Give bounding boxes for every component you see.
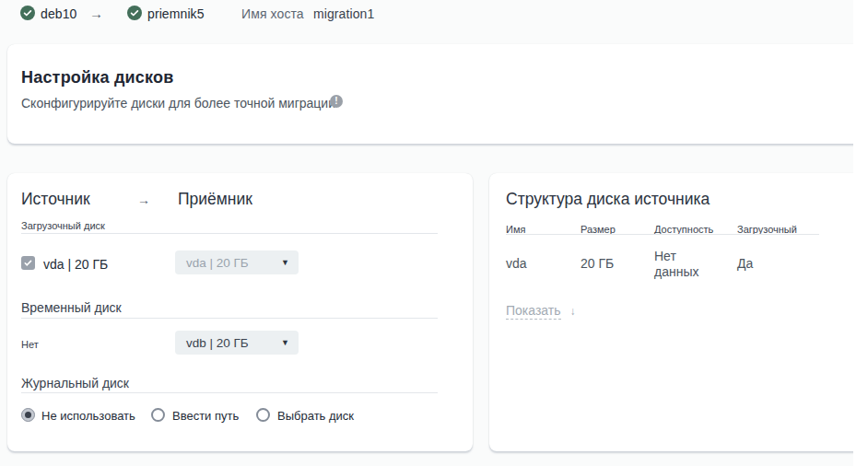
journal-disk-options: Не использовать Ввести путь Выбрать диск — [7, 407, 473, 424]
temp-section-divider — [21, 318, 438, 319]
arrow-down-icon: ↓ — [569, 305, 575, 318]
chevron-down-icon: ▼ — [281, 258, 289, 267]
info-icon[interactable]: ! — [330, 95, 343, 108]
table-cell-bootable: Да — [737, 256, 753, 271]
show-more-row: Показать ↓ — [506, 303, 575, 318]
boot-target-disk-select-value: vda | 20 ГБ — [186, 256, 249, 270]
table-header-divider — [506, 234, 819, 235]
chevron-down-icon: ▼ — [281, 338, 289, 347]
boot-disk-section-label: Загрузочный диск — [21, 220, 105, 231]
page-title: Настройка дисков — [21, 68, 173, 87]
temp-target-disk-select-value: vdb | 20 ГБ — [186, 336, 249, 350]
temp-target-disk-select[interactable]: vdb | 20 ГБ ▼ — [175, 331, 299, 355]
page: deb10 → priemnik5 Имя хоста migration1 Н… — [0, 0, 868, 466]
temp-source-disk-value: Нет — [21, 339, 39, 350]
source-column-title: Источник — [21, 190, 90, 209]
show-more-link[interactable]: Показать — [506, 303, 561, 320]
boot-target-disk-select[interactable]: vda | 20 ГБ ▼ — [175, 250, 299, 274]
boot-disk-checkbox[interactable] — [21, 256, 35, 270]
radio-journal-enter-path-label[interactable]: Ввести путь — [172, 409, 239, 423]
temp-disk-section-label: Временный диск — [21, 300, 122, 315]
mapping-arrow-icon: → — [137, 192, 150, 207]
structure-card-title: Структура диска источника — [506, 190, 710, 209]
disk-mapping-card: Источник → Приёмник Загрузочный диск vda… — [7, 173, 473, 451]
table-cell-size: 20 ГБ — [581, 256, 614, 271]
journal-disk-section-label: Журнальный диск — [21, 376, 129, 390]
disk-setup-header-card: Настройка дисков Сконфигурируйте диски д… — [7, 44, 853, 144]
hostname-value: migration1 — [313, 6, 374, 21]
target-success-check-icon — [127, 6, 142, 20]
target-host-name: priemnik5 — [147, 6, 205, 21]
migration-status-bar: deb10 → priemnik5 Имя хоста migration1 — [0, 0, 853, 29]
boot-section-divider — [21, 233, 438, 234]
source-disk-structure-card: Структура диска источника Имя Размер Дос… — [489, 173, 853, 451]
migration-direction-arrow-icon: → — [89, 6, 103, 21]
target-column-title: Приёмник — [178, 190, 252, 209]
table-cell-name: vda — [506, 256, 527, 271]
source-host-name: deb10 — [41, 6, 76, 21]
radio-journal-choose-disk-label[interactable]: Выбрать диск — [277, 409, 354, 423]
radio-journal-choose-disk[interactable] — [256, 408, 270, 422]
radio-journal-not-use[interactable] — [21, 408, 35, 422]
content-area: deb10 → priemnik5 Имя хоста migration1 Н… — [0, 0, 853, 466]
boot-source-disk-value: vda | 20 ГБ — [43, 257, 108, 272]
radio-journal-enter-path[interactable] — [151, 408, 165, 422]
radio-journal-not-use-label[interactable]: Не использовать — [41, 409, 135, 423]
hostname-label: Имя хоста — [241, 6, 304, 21]
page-subtitle: Сконфигурируйте диски для более точной м… — [21, 96, 335, 111]
source-success-check-icon — [20, 6, 35, 20]
journal-section-divider — [21, 392, 438, 393]
table-cell-availability: Нет данных — [654, 249, 711, 280]
